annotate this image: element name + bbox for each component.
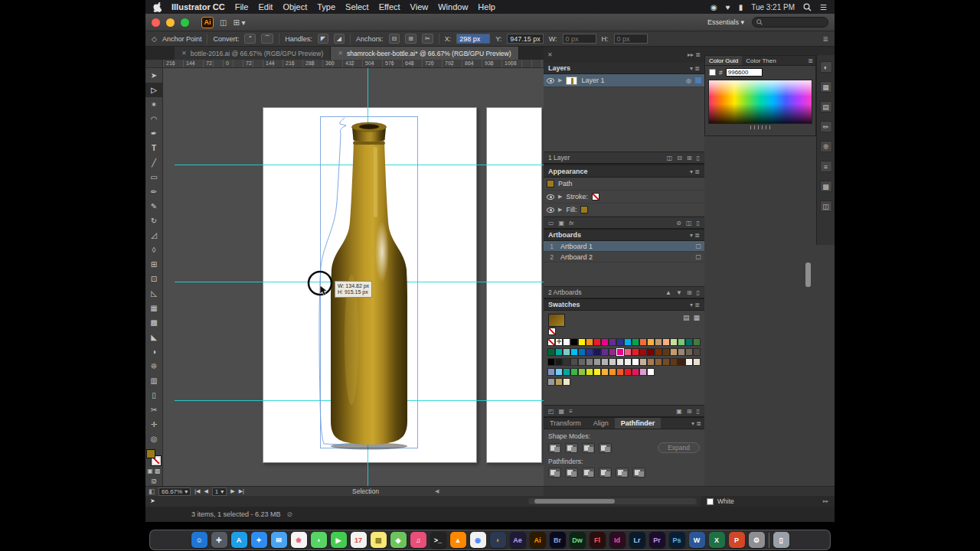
ruler-origin-corner[interactable] — [145, 60, 163, 68]
dock-adobe-dreamweaver[interactable]: Dw — [570, 532, 586, 548]
color-swatch[interactable] — [670, 338, 678, 346]
color-swatch[interactable] — [678, 358, 685, 366]
color-swatch[interactable] — [578, 338, 586, 346]
menu-select[interactable]: Select — [345, 2, 369, 11]
tab-align[interactable]: Align — [587, 418, 615, 429]
color-swatch[interactable] — [670, 358, 678, 366]
color-swatch[interactable] — [693, 358, 701, 366]
color-swatch[interactable] — [639, 348, 647, 356]
new-stroke-icon[interactable]: ▭ — [548, 220, 554, 227]
new-color-group-icon[interactable]: ▣ — [676, 408, 682, 415]
base-color-swatch[interactable] — [709, 69, 716, 76]
free-transform-tool[interactable]: ⊞ — [145, 257, 162, 272]
dock-ms-word[interactable]: W — [689, 532, 705, 548]
gradient-tool[interactable]: ▩ — [145, 315, 162, 330]
color-swatch[interactable] — [647, 368, 655, 376]
color-spectrum[interactable] — [708, 80, 812, 124]
new-layer-icon[interactable]: ⊞ — [687, 155, 692, 161]
close-tab-icon[interactable]: ✕ — [181, 50, 187, 57]
dock-adobe-illustrator[interactable]: Ai — [530, 532, 546, 548]
color-swatch[interactable] — [578, 368, 586, 376]
color-swatch[interactable] — [563, 358, 570, 366]
perspective-grid-tool[interactable]: ◺ — [145, 286, 162, 301]
collapse-icon[interactable]: ▸▸ — [823, 498, 828, 504]
direct-selection-tool[interactable]: ▷ — [145, 83, 162, 97]
dock-ms-excel[interactable]: X — [709, 532, 725, 548]
menu-view[interactable]: View — [410, 2, 429, 11]
h-input[interactable]: 0 px — [614, 34, 648, 44]
color-swatch[interactable] — [601, 338, 609, 346]
color-swatch[interactable] — [563, 378, 570, 386]
color-swatch[interactable] — [616, 348, 624, 356]
dock-photos[interactable]: ❀ — [291, 532, 307, 548]
appearance-fill-row[interactable]: ▶ Fill: — [544, 204, 704, 217]
layer-row[interactable]: ▶ Layer 1 ◎ — [544, 74, 704, 87]
color-swatch[interactable] — [593, 338, 601, 346]
color-swatch[interactable] — [632, 358, 639, 366]
color-swatch[interactable] — [555, 358, 563, 366]
zoom-level-dropdown[interactable]: 66.67%▾ — [158, 487, 191, 496]
crop-button[interactable] — [599, 468, 612, 478]
artboard-name[interactable]: Artboard 1 — [560, 243, 593, 250]
dock-maps[interactable]: ◈ — [390, 532, 407, 548]
color-swatch[interactable] — [624, 368, 632, 376]
dock-adobe-lightroom[interactable]: Lr — [629, 532, 645, 548]
menu-window[interactable]: Window — [438, 2, 468, 11]
line-segment-tool[interactable]: ╱ — [145, 155, 162, 170]
visibility-eye-icon[interactable] — [547, 207, 554, 213]
fill-color-box[interactable] — [146, 449, 155, 458]
close-tab-icon[interactable]: ✕ — [338, 50, 343, 57]
swatch-kinds-icon[interactable]: ▦ — [559, 408, 565, 415]
divide-button[interactable] — [548, 468, 561, 478]
color-panel-icon[interactable]: ◐ — [820, 61, 832, 73]
menu-help[interactable]: Help — [478, 2, 495, 11]
new-sublayer-icon[interactable]: ⊟ — [677, 155, 682, 161]
menu-type[interactable]: Type — [317, 2, 335, 11]
dock-adobe-indesign[interactable]: Id — [609, 532, 626, 548]
delete-layer-icon[interactable]: ▯ — [697, 155, 700, 161]
color-swatch[interactable] — [662, 348, 670, 356]
apple-menu-icon[interactable] — [153, 2, 162, 12]
remove-anchor-button[interactable]: ⊟ — [389, 34, 400, 44]
color-swatch[interactable] — [601, 358, 609, 366]
paintbrush-tool[interactable]: ✏ — [145, 184, 162, 199]
transparency-panel-icon[interactable]: ◫ — [820, 201, 832, 212]
status-divider-icon[interactable]: ◀ — [435, 488, 439, 494]
horizontal-scrollbar-thumb[interactable] — [534, 499, 615, 504]
color-swatch[interactable] — [601, 368, 609, 376]
dock-terminal[interactable]: >_ — [430, 532, 446, 548]
new-artboard-icon[interactable]: ⊞ — [687, 289, 692, 296]
duplicate-item-icon[interactable]: ◫ — [686, 220, 692, 227]
color-swatch[interactable] — [639, 338, 647, 346]
color-swatch[interactable] — [616, 358, 624, 366]
new-swatch-icon[interactable]: ⊞ — [687, 408, 692, 415]
dock-system-preferences[interactable]: ⚙ — [749, 532, 765, 548]
grid-view-icon[interactable]: ▦ — [693, 314, 700, 321]
color-swatch[interactable] — [570, 348, 578, 356]
color-swatch[interactable] — [547, 378, 555, 386]
color-swatch[interactable] — [685, 338, 693, 346]
first-artboard-button[interactable]: |◀ — [194, 488, 200, 494]
artboard-icon[interactable]: ▢ — [695, 253, 701, 260]
canvas[interactable]: W: 134.82 px H: 915.15 px — [163, 68, 544, 486]
pen-tool[interactable]: ✒ — [145, 126, 162, 141]
color-swatch[interactable] — [586, 348, 593, 356]
expand-button[interactable]: Expand — [658, 442, 700, 453]
symbols-panel-icon[interactable]: ❊ — [820, 141, 832, 152]
dock-firefox[interactable]: ◗ — [490, 532, 506, 548]
dock-adobe-flash[interactable]: Fl — [590, 532, 606, 548]
menu-edit[interactable]: Edit — [258, 2, 273, 11]
swatch-options-icon[interactable]: ≡ — [569, 408, 573, 415]
color-swatch[interactable] — [678, 348, 685, 356]
beer-bottle-artwork[interactable] — [301, 110, 454, 455]
dock-messages[interactable]: ◖ — [311, 532, 327, 548]
color-swatch[interactable] — [593, 368, 601, 376]
tab-color-guide[interactable]: Color Guid — [705, 56, 742, 65]
eyedropper-tool[interactable]: ◣ — [145, 330, 162, 344]
dock-adobe-bridge[interactable]: Br — [550, 532, 566, 548]
move-down-icon[interactable]: ▼ — [676, 289, 682, 296]
dock-launchpad[interactable]: ✛ — [211, 532, 227, 548]
color-swatch[interactable] — [685, 358, 693, 366]
color-swatch[interactable] — [547, 358, 555, 366]
new-fill-icon[interactable]: ▣ — [559, 220, 565, 227]
